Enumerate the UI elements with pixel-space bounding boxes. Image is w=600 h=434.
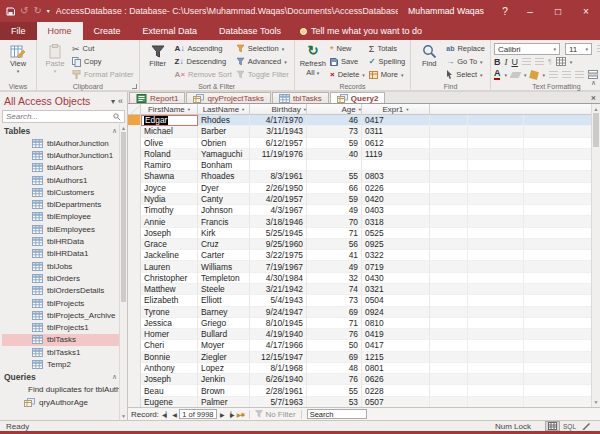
nav-pane-scrollbar[interactable]: ▲ ▼ xyxy=(119,124,127,420)
nav-item-tblauthors[interactable]: tblAuthors xyxy=(2,162,119,174)
column-filter-icon[interactable]: ▾ xyxy=(304,107,306,112)
row-selector[interactable] xyxy=(128,340,141,351)
close-button[interactable]: × xyxy=(572,0,600,22)
cell-firstname[interactable]: Timothy xyxy=(141,205,198,216)
nav-item-tblprojects1[interactable]: tblProjects1 xyxy=(2,321,119,333)
cell-age[interactable]: 76 xyxy=(307,374,362,385)
cell-expr1[interactable]: 1215 xyxy=(362,352,430,363)
alternate-row-color-icon[interactable] xyxy=(588,70,598,79)
cell-birthday[interactable]: 4/30/1984 xyxy=(250,273,307,284)
shutter-close-icon[interactable]: « xyxy=(118,96,123,106)
bold-button[interactable]: B xyxy=(494,57,501,67)
row-selector[interactable] xyxy=(128,374,141,385)
table-row[interactable]: MatthewSteele3/21/1942740321 xyxy=(128,284,591,295)
tab-external-data[interactable]: External Data xyxy=(132,22,209,40)
cell-firstname[interactable]: Shawna xyxy=(141,171,198,182)
cell-firstname[interactable]: Cheri xyxy=(141,340,198,351)
cell-firstname[interactable]: Tyrone xyxy=(141,307,198,318)
cell-birthday[interactable]: 9/24/1947 xyxy=(250,307,307,318)
cell-age[interactable]: 50 xyxy=(307,340,362,351)
remove-sort-button[interactable]: A× Remove Sort xyxy=(173,68,234,81)
cell-birthday[interactable]: 5/7/1963 xyxy=(250,397,307,407)
cell-birthday[interactable]: 11/19/1976 xyxy=(250,149,307,160)
cell-birthday[interactable]: 2/26/1950 xyxy=(250,183,307,194)
cell-expr1[interactable]: 0719 xyxy=(362,261,430,272)
cell-lastname[interactable]: Templeton xyxy=(198,273,250,284)
cell-age[interactable]: 49 xyxy=(307,205,362,216)
cell-firstname[interactable]: Joseph xyxy=(141,228,198,239)
cell-age[interactable]: 71 xyxy=(307,318,362,329)
cell-expr1[interactable]: 0430 xyxy=(362,273,430,284)
customize-qat-icon[interactable]: ▾ xyxy=(47,8,50,14)
nav-pane-header[interactable]: All Access Objects ▾ « xyxy=(0,92,127,110)
row-selector[interactable] xyxy=(128,273,141,284)
cell-expr1[interactable] xyxy=(362,160,430,171)
table-row[interactable]: GraceCruz9/25/1960560925 xyxy=(128,239,591,250)
cell-expr1[interactable]: 1119 xyxy=(362,149,430,160)
new-record-button[interactable]: * New xyxy=(328,42,367,55)
nav-item-tblauthorjunction1[interactable]: tblAuthorJunction1 xyxy=(2,149,119,161)
cell-lastname[interactable]: Ziegler xyxy=(198,352,250,363)
cell-lastname[interactable]: Moyer xyxy=(198,340,250,351)
nav-item-tblhrdata1[interactable]: tblHRData1 xyxy=(2,248,119,260)
scroll-thumb[interactable] xyxy=(121,132,126,302)
table-row[interactable]: JoyceDyer2/26/1950660226 xyxy=(128,183,591,194)
cell-age[interactable]: 73 xyxy=(307,126,362,137)
nav-item-tblprojects-archive[interactable]: tblProjects_Archive xyxy=(2,309,119,321)
cell-birthday[interactable]: 4/17/1966 xyxy=(250,340,307,351)
row-selector[interactable] xyxy=(128,126,141,137)
scroll-up-icon[interactable]: ▲ xyxy=(120,125,127,131)
nav-item-tblprojects[interactable]: tblProjects xyxy=(2,297,119,309)
nav-item-tblemployees[interactable]: tblEmployees xyxy=(2,223,119,235)
cell-lastname[interactable]: Williams xyxy=(198,261,250,272)
cell-lastname[interactable]: Steele xyxy=(198,284,250,295)
font-name-combo[interactable]: Calibri▾ xyxy=(494,43,560,55)
save-record-button[interactable]: Save xyxy=(328,55,367,68)
cell-lastname[interactable]: Francis xyxy=(198,216,250,227)
cell-age[interactable]: 73 xyxy=(307,295,362,306)
font-color-button[interactable]: A xyxy=(494,69,501,80)
more-button[interactable]: More▾ xyxy=(367,68,407,81)
cell-age[interactable]: 59 xyxy=(307,138,362,149)
nav-item-qryauthorage[interactable]: qryAuthorAge xyxy=(2,396,119,408)
cell-age[interactable]: 32 xyxy=(307,273,362,284)
cell-lastname[interactable]: Rhoades xyxy=(198,171,250,182)
cell-firstname[interactable]: Jackeline xyxy=(141,250,198,261)
tab-database-tools[interactable]: Database Tools xyxy=(208,22,292,40)
record-position[interactable]: 1 of 9998 xyxy=(179,409,217,419)
cell-expr1[interactable]: 0626 xyxy=(362,374,430,385)
nav-item-tbltasks1[interactable]: tblTasks1 xyxy=(2,346,119,358)
cell-expr1[interactable]: 0507 xyxy=(362,397,430,407)
row-selector[interactable] xyxy=(128,307,141,318)
row-selector[interactable] xyxy=(128,149,141,160)
nav-item-tblcustomers[interactable]: tblCustomers xyxy=(2,186,119,198)
cell-birthday[interactable]: 3/22/1975 xyxy=(250,250,307,261)
cell-lastname[interactable]: Lopez xyxy=(198,363,250,374)
toggle-filter-button[interactable]: Toggle Filter xyxy=(234,68,291,81)
nav-item-tblorders[interactable]: tblOrders xyxy=(2,272,119,284)
table-row[interactable]: EugenePalmer5/7/1963530507 xyxy=(128,397,591,407)
cell-lastname[interactable]: Obrien xyxy=(198,138,250,149)
cell-expr1[interactable]: 0403 xyxy=(362,205,430,216)
row-selector[interactable] xyxy=(128,183,141,194)
copy-button[interactable]: Copy xyxy=(70,55,136,68)
row-selector[interactable] xyxy=(128,329,141,340)
row-selector[interactable] xyxy=(128,397,141,407)
goto-button[interactable]: → Go To▾ xyxy=(444,55,487,68)
cell-lastname[interactable]: Jenkin xyxy=(198,374,250,385)
paste-button[interactable]: Paste ▾ xyxy=(40,42,70,75)
table-row[interactable]: NydiaCanty4/20/1957590420 xyxy=(128,194,591,205)
filter-indicator[interactable]: No Filter xyxy=(255,410,295,419)
column-header-expr1[interactable]: Expr1▾ xyxy=(362,104,430,115)
scroll-down-icon[interactable]: ▼ xyxy=(120,413,127,419)
nav-group-header-queries[interactable]: Queries∧ xyxy=(0,371,127,384)
cell-firstname[interactable]: Olive xyxy=(141,138,198,149)
cell-birthday[interactable]: 9/25/1960 xyxy=(250,239,307,250)
cell-age[interactable]: 55 xyxy=(307,171,362,182)
increase-indent-icon[interactable] xyxy=(535,58,544,65)
align-left-icon[interactable] xyxy=(549,71,558,78)
cell-firstname[interactable]: Elizabeth xyxy=(141,295,198,306)
format-painter-button[interactable]: Format Painter xyxy=(70,68,136,81)
cell-lastname[interactable]: Barney xyxy=(198,307,250,318)
cell-lastname[interactable]: Carter xyxy=(198,250,250,261)
